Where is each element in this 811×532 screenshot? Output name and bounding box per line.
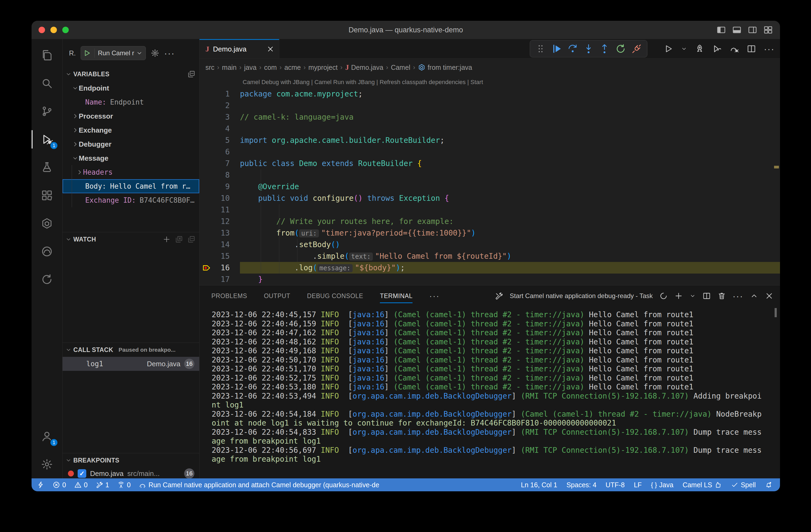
code-editor[interactable]: Camel Debug with JBang | Camel Run with … bbox=[200, 76, 780, 285]
statusbar-item[interactable] bbox=[37, 481, 45, 489]
line-number[interactable]: 7 bbox=[200, 158, 240, 169]
statusbar-item[interactable]: LF bbox=[634, 481, 642, 489]
variable-row[interactable]: Body:Hello Camel from r… bbox=[63, 179, 199, 193]
code-line[interactable]: 6 bbox=[200, 146, 780, 158]
split-icon[interactable] bbox=[747, 44, 756, 53]
activity-item-settings-gear[interactable] bbox=[32, 450, 62, 479]
minimize-window-button[interactable] bbox=[50, 27, 57, 33]
line-number[interactable]: 9 bbox=[200, 181, 240, 192]
disconnect-icon[interactable] bbox=[631, 43, 642, 54]
variable-row[interactable]: Debugger bbox=[63, 137, 199, 151]
more-editor-actions-button[interactable]: ··· bbox=[764, 46, 775, 51]
variable-row[interactable]: Exchange ID:B74C46FC8B0F… bbox=[63, 193, 199, 207]
line-number[interactable]: 12 bbox=[200, 216, 240, 227]
statusbar-item[interactable]: UTF-8 bbox=[606, 481, 625, 489]
variable-row[interactable]: Exchange bbox=[63, 123, 199, 137]
code-line[interactable]: 1package com.acme.myproject; bbox=[200, 88, 780, 100]
collapse-all-icon[interactable] bbox=[187, 235, 196, 244]
statusbar-item[interactable]: Ln 16, Col 1 bbox=[521, 481, 557, 489]
line-number[interactable]: 4 bbox=[200, 123, 240, 135]
activity-item-files[interactable] bbox=[32, 41, 62, 69]
call-stack-header[interactable]: CALL STACKPaused on breakpo... bbox=[63, 343, 199, 357]
statusbar-item[interactable]: 0 bbox=[52, 481, 66, 489]
line-number[interactable]: 10 bbox=[200, 192, 240, 204]
zoom-window-button[interactable] bbox=[62, 27, 69, 33]
statusbar-item[interactable]: 0 bbox=[74, 481, 88, 489]
camel-debug-icon[interactable] bbox=[729, 44, 739, 53]
code-line[interactable]: 3// camel-k: language=java bbox=[200, 111, 780, 123]
breadcrumb-item[interactable]: java bbox=[244, 64, 257, 72]
activity-item-beaker[interactable] bbox=[32, 153, 62, 182]
panel-tab-output[interactable]: OUTPUT bbox=[264, 285, 290, 307]
line-number[interactable]: 14 bbox=[200, 239, 240, 250]
activity-item-camel[interactable] bbox=[32, 237, 62, 265]
statusbar-item[interactable] bbox=[765, 481, 772, 489]
breakpoint-checkbox[interactable]: ✓ bbox=[78, 469, 86, 478]
continue-icon[interactable] bbox=[551, 43, 562, 54]
breakpoint-row[interactable]: ✓Demo.javasrc/main...16 bbox=[63, 467, 199, 479]
activity-item-extensions[interactable] bbox=[32, 182, 62, 209]
breadcrumb-item[interactable]: myproject bbox=[308, 64, 338, 72]
layout-grid-icon[interactable] bbox=[763, 25, 773, 35]
panel-tab-problems[interactable]: PROBLEMS bbox=[211, 285, 247, 307]
breadcrumb-item[interactable]: JDemo.java bbox=[345, 63, 383, 72]
spinner-icon[interactable] bbox=[659, 292, 668, 300]
code-line[interactable]: 13 from(uri:"timer:java?period={{time:10… bbox=[200, 227, 780, 239]
step-into-icon[interactable] bbox=[583, 43, 594, 54]
variable-row[interactable]: Endpoint bbox=[63, 81, 199, 95]
more-actions-button[interactable]: ··· bbox=[164, 50, 175, 56]
stack-frame-row[interactable]: log1Demo.java16 bbox=[63, 357, 199, 371]
code-line[interactable]: 4 bbox=[200, 123, 780, 135]
gear-icon[interactable] bbox=[151, 49, 159, 58]
activity-item-run-debug[interactable]: 1 bbox=[32, 125, 62, 153]
line-number[interactable]: 11 bbox=[200, 204, 240, 216]
close-all-icon[interactable] bbox=[175, 235, 183, 244]
activity-item-source-control[interactable] bbox=[32, 97, 62, 125]
layout-sidebar-right-icon[interactable] bbox=[748, 25, 758, 35]
variable-row[interactable]: Headers bbox=[63, 165, 199, 179]
line-number[interactable]: 1 bbox=[200, 88, 240, 100]
breadcrumb-item[interactable]: acme bbox=[285, 64, 301, 72]
variable-row[interactable]: Message bbox=[63, 151, 199, 165]
chevron-down-sm-icon[interactable] bbox=[681, 46, 687, 52]
variables-header[interactable]: VARIABLES bbox=[63, 67, 199, 81]
terminal-output[interactable]: 2023-12-06 22:40:45,157 INFO [java:16] (… bbox=[200, 307, 780, 479]
line-number[interactable]: 15 bbox=[200, 250, 240, 262]
line-number[interactable]: 2 bbox=[200, 100, 240, 111]
terminal-scrollbar-thumb[interactable] bbox=[775, 308, 777, 317]
variable-row[interactable]: Processor bbox=[63, 109, 199, 123]
code-line[interactable]: 16 .log(message:"${body}"); bbox=[200, 262, 780, 273]
codelens-actions[interactable]: Camel Debug with JBang | Camel Run with … bbox=[200, 76, 780, 88]
variable-row[interactable]: Name:Endpoint bbox=[63, 95, 199, 109]
activity-item-account[interactable]: 1 bbox=[32, 422, 62, 450]
panel-more-actions-button[interactable]: ··· bbox=[733, 293, 743, 299]
restart-icon[interactable] bbox=[615, 43, 626, 54]
statusbar-item[interactable]: 1 bbox=[96, 481, 109, 489]
chevron-down-sm-icon[interactable] bbox=[689, 293, 696, 299]
statusbar-item[interactable]: 0 bbox=[117, 481, 131, 489]
statusbar-item[interactable]: Spaces: 4 bbox=[566, 481, 596, 489]
camel-run-icon[interactable] bbox=[712, 44, 722, 53]
line-number[interactable]: 8 bbox=[200, 169, 240, 181]
plus-icon[interactable] bbox=[674, 292, 683, 300]
breakpoints-header[interactable]: BREAKPOINTS bbox=[63, 453, 199, 467]
panel-tab-terminal[interactable]: TERMINAL bbox=[380, 285, 413, 307]
line-number[interactable]: 3 bbox=[200, 111, 240, 123]
line-number[interactable]: 13 bbox=[200, 227, 240, 239]
code-line[interactable]: 5import org.apache.camel.builder.RouteBu… bbox=[200, 135, 780, 146]
code-line[interactable]: 2 bbox=[200, 100, 780, 111]
close-icon[interactable] bbox=[267, 45, 274, 53]
code-line[interactable]: 9 @Override bbox=[200, 181, 780, 192]
panel-tab-debug-console[interactable]: DEBUG CONSOLE bbox=[307, 285, 363, 307]
statusbar-item[interactable]: Run Camel native application and attach … bbox=[139, 481, 379, 489]
tab-demo-java[interactable]: JDemo.java bbox=[200, 39, 279, 58]
line-number[interactable]: 5 bbox=[200, 135, 240, 146]
layout-sidebar-icon[interactable] bbox=[716, 25, 726, 35]
close-icon[interactable] bbox=[765, 292, 774, 300]
code-line[interactable]: 8 bbox=[200, 169, 780, 181]
split-icon[interactable] bbox=[702, 292, 711, 300]
breadcrumb-item[interactable]: main bbox=[222, 64, 236, 72]
line-number[interactable]: 17 bbox=[200, 273, 240, 285]
collapse-all-icon[interactable] bbox=[187, 70, 196, 78]
terminal-task-label[interactable]: Start Camel native application debug-rea… bbox=[510, 292, 653, 300]
